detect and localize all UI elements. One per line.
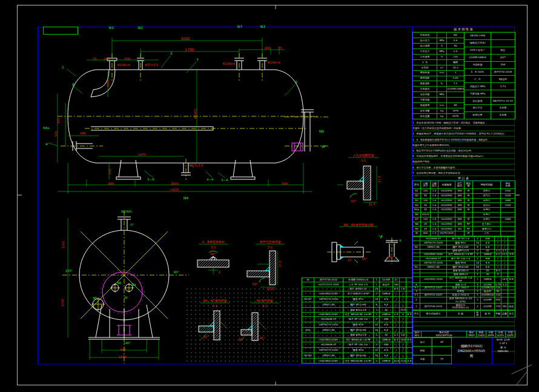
table-cell: 16MnⅡ (380, 291, 393, 297)
table-cell: GB901-88 (314, 302, 343, 308)
dim-label: 20° (239, 338, 244, 341)
table-cell: Q345R/Q235A (481, 287, 495, 290)
note-line: 3、A、B类焊接接头按JB/T4730.2-2005进行局部射线检测，Ⅲ级合格。 (412, 137, 514, 142)
table-cell: HG/T21515 (438, 231, 455, 236)
table-cell: 18.5 (501, 276, 508, 283)
table-cell: 容器类别 (413, 33, 437, 38)
vessel-elevation (68, 58, 314, 179)
table-cell: 180 (393, 282, 400, 287)
table-cell (465, 212, 473, 217)
dim-label: 1400 (107, 79, 110, 87)
table-cell: GB901-88 (314, 328, 343, 333)
table-cell: 接管 Φ32×3.5 (343, 308, 374, 312)
table-cell: N4 (413, 203, 421, 208)
table-cell: 0.74 (491, 83, 515, 90)
table-cell: 制造 (491, 47, 515, 54)
table-cell: 3.6 (400, 333, 406, 337)
table-cell (455, 212, 465, 217)
table-cell (406, 308, 413, 312)
table-cell: 0.5 (447, 48, 465, 54)
table-cell (495, 276, 501, 283)
cad-drawing-canvas: 技 术 特 性 表管 口 表300017007520050016075N1N2N… (0, 0, 539, 392)
table-cell: RF (465, 222, 473, 227)
table-cell: 焊缝系数 (413, 76, 437, 81)
table-cell: 16 (374, 328, 380, 333)
table-cell: 1 (374, 282, 380, 287)
dim-label: W (322, 145, 325, 148)
table-cell: HG20606-97 (420, 256, 447, 261)
note-line: 5、容器内外表面除锈后，外表面涂红丹防锈漆两遍(漆膜≥60μm)。 (412, 153, 514, 159)
table-cell: 2 (374, 342, 380, 348)
table-cell: NB/T4711-33-43 (491, 98, 515, 105)
table-cell (508, 241, 515, 245)
dim-label: 5:1 (262, 305, 267, 308)
table-cell: 密封 面 (465, 181, 473, 189)
dim-label: 3 (295, 81, 297, 84)
table-cell: 法兰 WN100(B)-1.6 RF (447, 276, 475, 283)
dim-label: N1 (109, 26, 114, 30)
dim-label: 800 (108, 182, 114, 185)
table-cell: HG20592-2009 (314, 337, 343, 342)
table-cell: 34.3 (447, 65, 465, 70)
table-cell: 修改说明 DESCRIPTION (422, 331, 467, 337)
table-cell: 16 (374, 297, 380, 302)
table-cell: ∕ (501, 261, 508, 265)
dim-label: 1 (62, 65, 64, 69)
table-cell: 保温厚度 (413, 103, 437, 108)
table-cell: 修改 PREP (467, 331, 477, 337)
table-cell: HG20592 (438, 222, 455, 227)
table-cell: C、D (465, 76, 491, 83)
table-cell: 螺柱 M12×65 (343, 302, 374, 308)
table-cell: 2 (374, 359, 380, 364)
table-cell: 垫片 RF 100-1.6 (343, 317, 374, 322)
dim-label: 8 (72, 83, 74, 87)
table-cell: 1.0 (431, 231, 438, 236)
table-cell (431, 212, 438, 217)
table-cell: 8 (374, 302, 380, 308)
table-cell (302, 359, 314, 364)
table-cell: 25 (421, 227, 431, 231)
table-cell (406, 317, 413, 322)
table-cell: 组合件 (380, 282, 393, 287)
table-cell: 审核 APPR (486, 331, 496, 337)
table-cell: 2 (475, 237, 481, 241)
table-cell: 压力表口 (473, 222, 501, 227)
table-cell: 1.6 (431, 227, 438, 231)
dim-label: 270° (65, 270, 73, 273)
table-cell: 16MnⅡ (380, 337, 393, 342)
table-cell: ∕ (495, 261, 501, 265)
table-cell: 16 (475, 261, 481, 265)
table-cell: 介 质 (413, 59, 437, 65)
table-cell: 16 (374, 353, 380, 359)
table-cell: 无损检测 (465, 61, 491, 68)
table-cell: JB/T4730-2005 (491, 68, 515, 76)
table-cell: 8.8 (481, 261, 495, 265)
table-cell: 备用口 (473, 217, 501, 222)
dim-label: 17.5 (378, 176, 381, 182)
dim-label: 2 (170, 51, 173, 55)
dim-label: 17.5 (279, 261, 282, 267)
table-cell: Ⅱ类 (447, 33, 465, 38)
table-cell: 600 (421, 231, 431, 236)
table-cell: GB150-1998 (465, 33, 491, 40)
dim-label: Φ108×4 (268, 61, 280, 64)
dim-label: 1470 (138, 153, 146, 156)
table-cell (314, 333, 343, 337)
table-cell: 1.6 (431, 203, 438, 208)
table-cell: kg (437, 108, 447, 114)
table-cell (501, 297, 508, 304)
table-cell (302, 317, 314, 322)
drawing-title-line: 储罐(51Y002) (460, 344, 482, 348)
table-cell: HG20592 (438, 217, 455, 222)
table-cell: 筒体 DN1900 δ=10 H=3250 (447, 297, 475, 304)
table-cell: HG20592 (438, 198, 455, 203)
table-cell: 8.8 (380, 328, 393, 333)
dim-label: 21.5 (368, 203, 375, 206)
table-cell: HOLD (421, 212, 431, 217)
table-cell: MPa (437, 48, 447, 54)
table-cell (302, 302, 314, 308)
table-cell: W (413, 231, 421, 236)
table-cell (508, 265, 515, 269)
dim-label: N3 (260, 25, 265, 28)
table-cell: ∕ (393, 322, 400, 328)
